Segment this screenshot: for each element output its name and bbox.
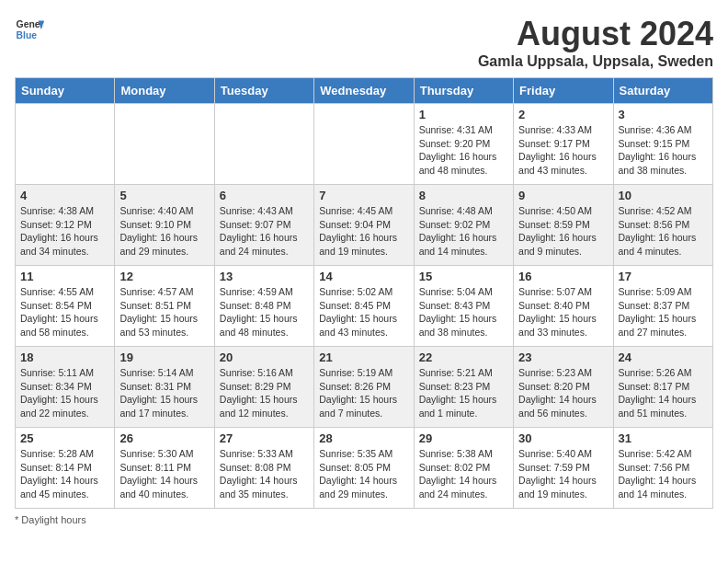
day-number: 9 xyxy=(518,189,608,202)
day-info: Sunrise: 4:40 AM Sunset: 9:10 PM Dayligh… xyxy=(119,204,209,259)
day-number: 14 xyxy=(319,270,408,283)
day-info: Sunrise: 4:38 AM Sunset: 9:12 PM Dayligh… xyxy=(20,204,109,259)
day-number: 10 xyxy=(619,189,708,202)
day-info: Sunrise: 5:42 AM Sunset: 7:56 PM Dayligh… xyxy=(619,447,708,501)
calendar-cell: 25Sunrise: 5:28 AM Sunset: 8:14 PM Dayli… xyxy=(16,428,115,509)
day-info: Sunrise: 5:28 AM Sunset: 8:14 PM Dayligh… xyxy=(20,447,109,501)
day-info: Sunrise: 4:48 AM Sunset: 9:02 PM Dayligh… xyxy=(419,204,508,259)
calendar: SundayMondayTuesdayWednesdayThursdayFrid… xyxy=(15,77,713,509)
day-number: 12 xyxy=(119,270,209,283)
day-info: Sunrise: 4:50 AM Sunset: 8:59 PM Dayligh… xyxy=(518,204,608,259)
day-number: 8 xyxy=(419,189,508,202)
calendar-cell: 16Sunrise: 5:07 AM Sunset: 8:40 PM Dayli… xyxy=(514,266,613,347)
day-info: Sunrise: 4:57 AM Sunset: 8:51 PM Dayligh… xyxy=(119,285,209,339)
calendar-cell: 2Sunrise: 4:33 AM Sunset: 9:17 PM Daylig… xyxy=(514,104,613,185)
day-number: 1 xyxy=(419,108,508,121)
day-number: 29 xyxy=(419,431,508,445)
calendar-cell: 6Sunrise: 4:43 AM Sunset: 9:07 PM Daylig… xyxy=(214,185,313,266)
day-number: 17 xyxy=(619,270,708,283)
calendar-cell: 19Sunrise: 5:14 AM Sunset: 8:31 PM Dayli… xyxy=(115,347,214,428)
day-number: 22 xyxy=(419,350,508,364)
day-info: Sunrise: 5:14 AM Sunset: 8:31 PM Dayligh… xyxy=(119,366,209,420)
day-info: Sunrise: 4:43 AM Sunset: 9:07 PM Dayligh… xyxy=(220,204,309,259)
day-info: Sunrise: 5:09 AM Sunset: 8:37 PM Dayligh… xyxy=(619,285,708,339)
footer-note-text: Daylight hours xyxy=(21,514,85,525)
day-number: 11 xyxy=(20,270,109,283)
calendar-cell: 28Sunrise: 5:35 AM Sunset: 8:05 PM Dayli… xyxy=(314,428,414,509)
week-row-4: 18Sunrise: 5:11 AM Sunset: 8:34 PM Dayli… xyxy=(16,347,713,428)
day-info: Sunrise: 5:04 AM Sunset: 8:43 PM Dayligh… xyxy=(419,285,508,339)
col-header-saturday: Saturday xyxy=(613,78,712,104)
day-info: Sunrise: 5:07 AM Sunset: 8:40 PM Dayligh… xyxy=(518,285,608,339)
day-number: 2 xyxy=(518,108,608,121)
day-info: Sunrise: 4:36 AM Sunset: 9:15 PM Dayligh… xyxy=(619,123,708,178)
day-info: Sunrise: 5:19 AM Sunset: 8:26 PM Dayligh… xyxy=(319,366,408,420)
day-number: 23 xyxy=(518,350,608,364)
day-info: Sunrise: 5:26 AM Sunset: 8:17 PM Dayligh… xyxy=(619,366,708,420)
calendar-cell: 12Sunrise: 4:57 AM Sunset: 8:51 PM Dayli… xyxy=(115,266,214,347)
calendar-cell: 11Sunrise: 4:55 AM Sunset: 8:54 PM Dayli… xyxy=(16,266,115,347)
calendar-cell: 10Sunrise: 4:52 AM Sunset: 8:56 PM Dayli… xyxy=(613,185,712,266)
calendar-cell: 20Sunrise: 5:16 AM Sunset: 8:29 PM Dayli… xyxy=(214,347,313,428)
day-number: 7 xyxy=(319,189,408,202)
day-number: 27 xyxy=(220,431,309,445)
day-number: 26 xyxy=(119,431,209,445)
day-info: Sunrise: 5:33 AM Sunset: 8:08 PM Dayligh… xyxy=(220,447,309,501)
calendar-cell: 23Sunrise: 5:23 AM Sunset: 8:20 PM Dayli… xyxy=(514,347,613,428)
day-number: 19 xyxy=(119,350,209,364)
day-number: 13 xyxy=(220,270,309,283)
col-header-tuesday: Tuesday xyxy=(214,78,313,104)
calendar-cell: 5Sunrise: 4:40 AM Sunset: 9:10 PM Daylig… xyxy=(115,185,214,266)
day-info: Sunrise: 4:55 AM Sunset: 8:54 PM Dayligh… xyxy=(20,285,109,339)
title-area: August 2024 Gamla Uppsala, Uppsala, Swed… xyxy=(478,15,713,70)
calendar-cell: 15Sunrise: 5:04 AM Sunset: 8:43 PM Dayli… xyxy=(414,266,513,347)
day-number: 21 xyxy=(319,350,408,364)
day-info: Sunrise: 4:59 AM Sunset: 8:48 PM Dayligh… xyxy=(220,285,309,339)
day-info: Sunrise: 5:23 AM Sunset: 8:20 PM Dayligh… xyxy=(518,366,608,420)
calendar-cell: 31Sunrise: 5:42 AM Sunset: 7:56 PM Dayli… xyxy=(613,428,712,509)
calendar-cell: 21Sunrise: 5:19 AM Sunset: 8:26 PM Dayli… xyxy=(314,347,414,428)
week-row-2: 4Sunrise: 4:38 AM Sunset: 9:12 PM Daylig… xyxy=(16,185,713,266)
day-info: Sunrise: 5:02 AM Sunset: 8:45 PM Dayligh… xyxy=(319,285,408,339)
calendar-cell: 17Sunrise: 5:09 AM Sunset: 8:37 PM Dayli… xyxy=(613,266,712,347)
day-number: 4 xyxy=(20,189,109,202)
day-number: 18 xyxy=(20,350,109,364)
day-number: 20 xyxy=(220,350,309,364)
calendar-cell: 18Sunrise: 5:11 AM Sunset: 8:34 PM Dayli… xyxy=(16,347,115,428)
day-number: 28 xyxy=(319,431,408,445)
calendar-cell: 26Sunrise: 5:30 AM Sunset: 8:11 PM Dayli… xyxy=(115,428,214,509)
day-info: Sunrise: 5:30 AM Sunset: 8:11 PM Dayligh… xyxy=(119,447,209,501)
calendar-cell xyxy=(214,104,313,185)
logo: General Blue xyxy=(15,15,44,44)
day-info: Sunrise: 4:52 AM Sunset: 8:56 PM Dayligh… xyxy=(619,204,708,259)
logo-icon: General Blue xyxy=(15,15,44,44)
calendar-cell: 9Sunrise: 4:50 AM Sunset: 8:59 PM Daylig… xyxy=(514,185,613,266)
day-number: 6 xyxy=(220,189,309,202)
calendar-cell: 24Sunrise: 5:26 AM Sunset: 8:17 PM Dayli… xyxy=(613,347,712,428)
day-info: Sunrise: 5:35 AM Sunset: 8:05 PM Dayligh… xyxy=(319,447,408,501)
calendar-cell: 8Sunrise: 4:48 AM Sunset: 9:02 PM Daylig… xyxy=(414,185,513,266)
day-info: Sunrise: 5:16 AM Sunset: 8:29 PM Dayligh… xyxy=(220,366,309,420)
calendar-cell xyxy=(314,104,414,185)
calendar-cell: 1Sunrise: 4:31 AM Sunset: 9:20 PM Daylig… xyxy=(414,104,513,185)
calendar-cell xyxy=(115,104,214,185)
day-number: 31 xyxy=(619,431,708,445)
col-header-sunday: Sunday xyxy=(16,78,115,104)
week-row-3: 11Sunrise: 4:55 AM Sunset: 8:54 PM Dayli… xyxy=(16,266,713,347)
day-info: Sunrise: 4:31 AM Sunset: 9:20 PM Dayligh… xyxy=(419,123,508,178)
calendar-cell: 13Sunrise: 4:59 AM Sunset: 8:48 PM Dayli… xyxy=(214,266,313,347)
footer-note: * Daylight hours xyxy=(15,514,713,525)
calendar-cell xyxy=(16,104,115,185)
day-number: 16 xyxy=(518,270,608,283)
header: General Blue August 2024 Gamla Uppsala, … xyxy=(15,15,713,70)
calendar-cell: 4Sunrise: 4:38 AM Sunset: 9:12 PM Daylig… xyxy=(16,185,115,266)
calendar-header-row: SundayMondayTuesdayWednesdayThursdayFrid… xyxy=(16,78,713,104)
day-info: Sunrise: 5:40 AM Sunset: 7:59 PM Dayligh… xyxy=(518,447,608,501)
day-info: Sunrise: 4:45 AM Sunset: 9:04 PM Dayligh… xyxy=(319,204,408,259)
calendar-cell: 7Sunrise: 4:45 AM Sunset: 9:04 PM Daylig… xyxy=(314,185,414,266)
calendar-cell: 14Sunrise: 5:02 AM Sunset: 8:45 PM Dayli… xyxy=(314,266,414,347)
week-row-1: 1Sunrise: 4:31 AM Sunset: 9:20 PM Daylig… xyxy=(16,104,713,185)
svg-text:Blue: Blue xyxy=(17,30,38,40)
calendar-cell: 3Sunrise: 4:36 AM Sunset: 9:15 PM Daylig… xyxy=(613,104,712,185)
day-number: 25 xyxy=(20,431,109,445)
